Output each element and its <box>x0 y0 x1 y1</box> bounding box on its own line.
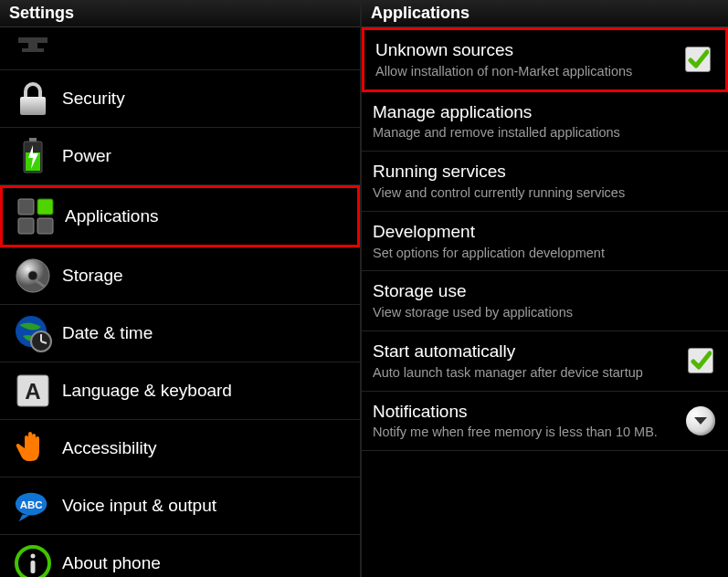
voice-icon: ABC <box>14 487 52 525</box>
svg-rect-3 <box>20 97 46 115</box>
settings-item-power[interactable]: Power <box>0 128 360 185</box>
settings-item-label: Security <box>62 88 347 110</box>
svg-point-13 <box>28 271 37 280</box>
app-item-notif[interactable]: NotificationsNotify me when free memory … <box>362 392 728 452</box>
globe-icon <box>14 314 52 352</box>
settings-item-applications[interactable]: Applications <box>0 185 360 247</box>
app-item-manage[interactable]: Manage applicationsManage and remove ins… <box>362 92 728 152</box>
settings-item-label: Date & time <box>62 322 347 344</box>
svg-rect-11 <box>37 218 53 234</box>
dropdown-icon[interactable] <box>686 406 715 435</box>
lock-icon <box>14 79 52 118</box>
app-item-subtitle: Set options for application development <box>373 245 715 262</box>
settings-item-label: Language & keyboard <box>62 380 347 402</box>
settings-item-label: Accessibility <box>62 437 347 459</box>
app-item-subtitle: Allow installation of non-Market applica… <box>375 63 672 80</box>
apps-icon <box>16 197 55 236</box>
disk-icon <box>14 257 52 295</box>
app-item-subtitle: Notify me when free memory is less than … <box>373 424 675 441</box>
app-item-subtitle: View and control currently running servi… <box>373 184 715 202</box>
svg-rect-8 <box>18 199 34 215</box>
settings-item-datetime[interactable]: Date & time <box>0 305 360 362</box>
applications-list: Unknown sourcesAllow installation of non… <box>362 27 728 577</box>
settings-item-label: Power <box>62 145 347 167</box>
settings-item-lang[interactable]: ALanguage & keyboard <box>0 362 360 420</box>
svg-text:ABC: ABC <box>20 499 43 510</box>
svg-rect-2 <box>22 48 44 52</box>
app-item-title: Development <box>373 221 715 243</box>
app-item-startauto[interactable]: Start automaticallyAuto launch task mana… <box>362 331 728 392</box>
app-item-running[interactable]: Running servicesView and control current… <box>362 152 728 212</box>
app-item-title: Start automatically <box>373 341 675 362</box>
applications-header: Applications <box>362 0 728 27</box>
svg-rect-25 <box>31 561 36 573</box>
hand-icon <box>14 429 52 467</box>
app-item-title: Running services <box>373 161 715 183</box>
settings-item-label: Storage <box>62 265 347 287</box>
app-item-storage[interactable]: Storage useView storage used by applicat… <box>362 271 728 331</box>
settings-item-truncated[interactable] <box>0 27 360 70</box>
settings-item-security[interactable]: Security <box>0 70 360 128</box>
svg-rect-10 <box>18 218 34 234</box>
settings-item-accessibility[interactable]: Accessibility <box>0 420 360 477</box>
app-item-unknown[interactable]: Unknown sourcesAllow installation of non… <box>362 27 728 92</box>
app-item-title: Manage applications <box>373 101 715 123</box>
settings-item-about[interactable]: About phone <box>0 535 360 577</box>
settings-item-label: Voice input & output <box>62 495 347 517</box>
checkbox-checked-icon[interactable] <box>685 47 711 72</box>
info-icon <box>14 544 52 577</box>
app-item-subtitle: Auto launch task manager after device st… <box>373 364 675 382</box>
checkbox-checked-icon[interactable] <box>688 348 713 373</box>
settings-list: SecurityPowerApplicationsStorageDate & t… <box>0 27 360 577</box>
settings-item-voice[interactable]: ABCVoice input & output <box>0 477 360 535</box>
settings-panel: Settings SecurityPowerApplicationsStorag… <box>0 0 362 577</box>
app-item-dev[interactable]: DevelopmentSet options for application d… <box>362 212 728 272</box>
letterA-icon: A <box>14 372 52 410</box>
app-item-subtitle: View storage used by applications <box>373 304 715 321</box>
app-item-title: Notifications <box>373 401 675 423</box>
svg-rect-1 <box>28 43 37 48</box>
applications-panel: Applications Unknown sourcesAllow instal… <box>362 0 728 577</box>
svg-rect-0 <box>18 37 47 43</box>
settings-header: Settings <box>0 0 360 27</box>
svg-point-24 <box>31 554 36 559</box>
app-item-subtitle: Manage and remove installed applications <box>373 124 715 142</box>
settings-item-storage[interactable]: Storage <box>0 247 360 305</box>
svg-text:A: A <box>25 379 40 404</box>
battery-icon <box>14 137 52 175</box>
svg-rect-4 <box>29 138 37 142</box>
settings-item-label: Applications <box>65 205 344 227</box>
svg-rect-9 <box>37 199 53 215</box>
app-item-title: Storage use <box>373 280 715 302</box>
app-item-title: Unknown sources <box>375 39 672 61</box>
settings-item-label: About phone <box>62 552 347 574</box>
monitor-icon <box>14 27 52 66</box>
